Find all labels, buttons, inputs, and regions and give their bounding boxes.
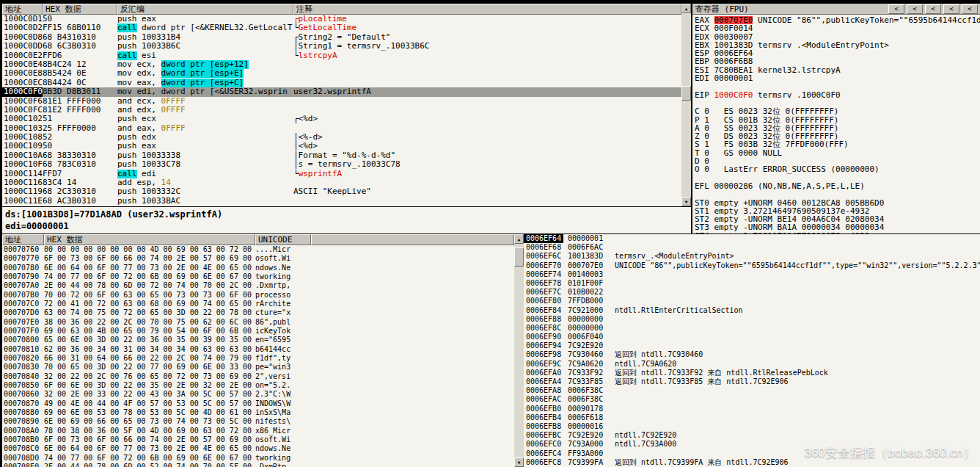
register-line[interactable]: P 1 CS 001B 32位 0(FFFFFFFF) bbox=[692, 116, 980, 124]
disasm-row[interactable]: 1000C10251push ecx┌<%d> bbox=[2, 115, 681, 123]
dump-row[interactable]: 000708906E 00 69 00 66 00 65 00 73 00 74… bbox=[2, 417, 514, 426]
register-line[interactable]: EFL 00000286 (NO,NB,NE,A,S,PE,L,LE) bbox=[692, 182, 980, 190]
dump-header-hex-data[interactable]: HEX 数据 bbox=[44, 234, 255, 245]
dump-row[interactable]: 0007082066 00 31 00 64 00 66 00 22 00 2C… bbox=[2, 354, 514, 363]
register-line[interactable]: EAX 000707E0 UNICODE "86"",publicKeyToke… bbox=[692, 16, 980, 24]
stack-row[interactable]: 0006EFB000090178 bbox=[524, 405, 980, 413]
pane-nav-left-icon[interactable]: < bbox=[888, 4, 904, 14]
dump-row[interactable]: 000707A02E 00 44 00 78 00 6D 00 72 00 74… bbox=[2, 281, 514, 290]
column-header-hex-data[interactable]: HEX 数据 bbox=[43, 4, 117, 15]
column-header-disassembly[interactable]: 反汇编 bbox=[117, 4, 293, 15]
disassembly-scrollbar[interactable]: ▲ ▼ bbox=[681, 4, 691, 206]
dump-row[interactable]: 000707D063 00 74 00 75 00 72 00 65 00 3D… bbox=[2, 308, 514, 317]
scroll-up-icon[interactable]: ▲ bbox=[514, 234, 524, 244]
dump-row[interactable]: 000708C06E 00 64 00 6F 00 77 00 73 00 2E… bbox=[2, 444, 514, 453]
disasm-row[interactable]: 1000C0F681E1 FFFF000and ecx, 0FFFF bbox=[2, 97, 681, 106]
register-line[interactable] bbox=[692, 99, 980, 107]
register-line[interactable]: C 0 ES 0023 32位 0(FFFFFFFF) bbox=[692, 107, 980, 115]
pane-nav-left-icon[interactable]: < bbox=[925, 4, 941, 14]
pane-nav-left-icon[interactable]: < bbox=[943, 4, 959, 14]
column-header-comment[interactable]: 注释 bbox=[293, 4, 681, 15]
register-line[interactable]: Z 0 DS 0023 32位 0(FFFFFFFF) bbox=[692, 132, 980, 140]
column-header-address[interactable]: 地址 bbox=[2, 4, 43, 15]
register-line[interactable]: EDI 00000001 bbox=[692, 74, 980, 82]
disasm-row[interactable]: 1000C0E48B4C24 12mov ecx, dword ptr [esp… bbox=[2, 60, 681, 69]
stack-row[interactable]: 0006EF847C921000ntdll.RtlEnterCriticalSe… bbox=[524, 306, 980, 315]
stack-row[interactable]: 0006EF8800000000 bbox=[524, 315, 980, 324]
stack-row[interactable]: 0006EF807FFDB000 bbox=[524, 297, 980, 305]
disasm-row[interactable]: 1000C0F08B3D D8B3011mov edi, dword ptr [… bbox=[2, 87, 681, 96]
register-line[interactable]: ST2 empty -UNORM BE14 004A6C04 02080034 bbox=[692, 215, 980, 223]
disasm-row[interactable]: 1000C0D2FF15 68B0110call dword ptr [<&KE… bbox=[2, 23, 681, 32]
stack-row[interactable]: 0006EFAC0006F38C bbox=[524, 395, 980, 404]
dump-row[interactable]: 0007087049 00 4E 00 44 00 4F 00 57 00 53… bbox=[2, 399, 514, 408]
scroll-down-icon[interactable]: ▼ bbox=[514, 457, 524, 467]
disasm-row[interactable]: 1000C10950push eax│<%d> bbox=[2, 142, 681, 151]
register-line[interactable]: EDX 00030007 bbox=[692, 33, 980, 41]
dump-row[interactable]: 0007076000 00 00 00 00 00 00 00 4D 00 69… bbox=[2, 245, 514, 254]
stack-row[interactable]: 0006EF6C1001383Dtermsrv_.<ModuleEntryPoi… bbox=[524, 252, 980, 261]
register-line[interactable]: ST0 empty +UNORM 0460 0012BCA8 005BB6D0 bbox=[692, 199, 980, 207]
disasm-row[interactable]: 1000C10325 FFFF0000and eax, 0FFFF bbox=[2, 124, 681, 133]
disasm-row[interactable]: 1000C0D150push eax┌pLocaltime bbox=[2, 15, 681, 23]
dump-row[interactable]: 000707806E 00 64 00 6F 00 77 00 73 00 2E… bbox=[2, 264, 514, 272]
dump-header-address[interactable]: 地址 bbox=[2, 234, 44, 245]
disasm-row[interactable]: 1000C11683C4 14add esp, 14 bbox=[2, 178, 681, 187]
disasm-row[interactable]: 1000C0E2FFD6call esi└lstrcpyA bbox=[2, 51, 681, 60]
scroll-up-icon[interactable]: ▲ bbox=[681, 4, 691, 13]
stack-row[interactable]: 0006EFBC7C92E920ntdll.7C92E920 bbox=[524, 431, 980, 440]
disasm-row[interactable]: 1000C0DD68 6C3B0310push 10033B6C│String1… bbox=[2, 42, 681, 51]
stack-row[interactable]: 0006EF7400140003 bbox=[524, 270, 980, 279]
dump-scrollbar[interactable]: ▲ ▼ bbox=[514, 234, 524, 467]
stack-row[interactable]: 0006EF780101F00F bbox=[524, 279, 980, 288]
dump-row[interactable]: 000707F069 00 63 00 4B 00 65 00 79 00 54… bbox=[2, 327, 514, 336]
dump-row[interactable]: 0007083070 00 65 00 3D 00 22 00 77 00 69… bbox=[2, 363, 514, 372]
register-line[interactable]: EIP 1000C0F0 termsrv_.1000C0F0 bbox=[692, 91, 980, 99]
register-line[interactable] bbox=[692, 174, 980, 182]
stack-row[interactable]: 0006EFA80006F38C bbox=[524, 386, 980, 395]
register-line[interactable]: D 0 bbox=[692, 157, 980, 165]
stack-row[interactable]: 0006EF987C930460返回到 ntdll.7C930460 bbox=[524, 350, 980, 359]
dump-row[interactable]: 000708E02E 00 44 00 78 00 6D 00 52 00 74… bbox=[2, 463, 514, 467]
disasm-row[interactable]: 1000C0EC8B4424 0Cmov eax, dword ptr [esp… bbox=[2, 79, 681, 87]
disasm-row[interactable]: 1000C0E88B5424 0Emov edx, dword ptr [esp… bbox=[2, 69, 681, 78]
register-line[interactable]: EBX 1001383D termsrv_.<ModuleEntryPoint> bbox=[692, 41, 980, 49]
dump-row[interactable]: 0007086032 00 2E 00 33 00 22 00 43 00 3A… bbox=[2, 390, 514, 399]
stack-row[interactable]: 0006EF900006F040 bbox=[524, 333, 980, 341]
disasm-row[interactable]: 1000C0FC81E2 FFFF000and edx, 0FFFF bbox=[2, 106, 681, 115]
scrollbar-thumb[interactable] bbox=[514, 247, 524, 267]
dump-row[interactable]: 000707E038 00 36 00 22 00 2C 00 70 00 75… bbox=[2, 318, 514, 327]
dump-row[interactable]: 000708506F 00 6E 00 3D 00 22 00 35 00 2E… bbox=[2, 381, 514, 390]
register-line[interactable]: EBP 0006F6B8 bbox=[692, 57, 980, 65]
register-line[interactable]: ST3 empty -UNORM BA1A 00000034 00000034 bbox=[692, 223, 980, 231]
register-line[interactable] bbox=[692, 82, 980, 90]
dump-row[interactable]: 000708D074 00 77 00 6F 00 72 00 6B 00 69… bbox=[2, 454, 514, 463]
dump-row[interactable]: 000707C072 00 41 00 72 00 63 00 68 00 69… bbox=[2, 300, 514, 308]
disasm-row[interactable]: 1000C0D868 B4310310push 100331B4┌String2… bbox=[2, 33, 681, 42]
register-line[interactable]: ECX 000F0014 bbox=[692, 24, 980, 32]
register-line[interactable]: ESP 0006EF64 bbox=[692, 49, 980, 57]
disasm-row[interactable]: 1000C10852push edx│<%-d> bbox=[2, 133, 681, 142]
dump-row[interactable]: 0007079074 00 77 00 6F 00 72 00 6B 00 69… bbox=[2, 272, 514, 281]
dump-row[interactable]: 000707706F 00 73 00 6F 00 66 00 74 00 2E… bbox=[2, 254, 514, 263]
stack-row[interactable]: 0006EF680006F6AC bbox=[524, 243, 980, 252]
stack-row[interactable]: 0006EF8C00000000 bbox=[524, 324, 980, 333]
stack-row[interactable]: 0006EFB40006F618 bbox=[524, 413, 980, 422]
disasm-row[interactable]: 1000C114FFD7call edi└wsprintfA bbox=[2, 170, 681, 178]
scrollbar-thumb[interactable] bbox=[681, 86, 691, 101]
disasm-row[interactable]: 1000C10A68 38330310push 10033338│Format … bbox=[2, 151, 681, 160]
dump-row[interactable]: 0007080065 00 6E 00 3D 00 22 00 36 00 35… bbox=[2, 336, 514, 344]
disasm-row[interactable]: 1000C10F68 783C0310push 10033C78│s = ter… bbox=[2, 160, 681, 169]
stack-row[interactable]: 0006EF6400000001 bbox=[524, 234, 980, 243]
stack-row[interactable]: 0006EFA47C933F85返回到 ntdll.7C933F85 来自 nt… bbox=[524, 377, 980, 386]
scroll-down-icon[interactable]: ▼ bbox=[681, 197, 691, 206]
stack-row[interactable]: 0006EF7C010B0022 bbox=[524, 288, 980, 297]
pane-nav-left-icon[interactable]: < bbox=[962, 4, 978, 14]
pane-nav-left-icon[interactable]: < bbox=[907, 4, 923, 14]
register-line[interactable]: ST4 empty 1.786117004779000678e-4920 bbox=[692, 232, 980, 234]
dump-row[interactable]: 0007084032 00 22 00 2C 00 76 00 65 00 72… bbox=[2, 372, 514, 381]
dump-header-unicode[interactable]: UNICODE bbox=[255, 234, 311, 245]
dump-row[interactable]: 000708A078 00 38 00 36 00 5F 00 4D 00 69… bbox=[2, 427, 514, 435]
register-line[interactable]: A 0 SS 0023 32位 0(FFFFFFFF) bbox=[692, 124, 980, 132]
register-line[interactable]: T 0 GS 0000 NULL bbox=[692, 149, 980, 157]
